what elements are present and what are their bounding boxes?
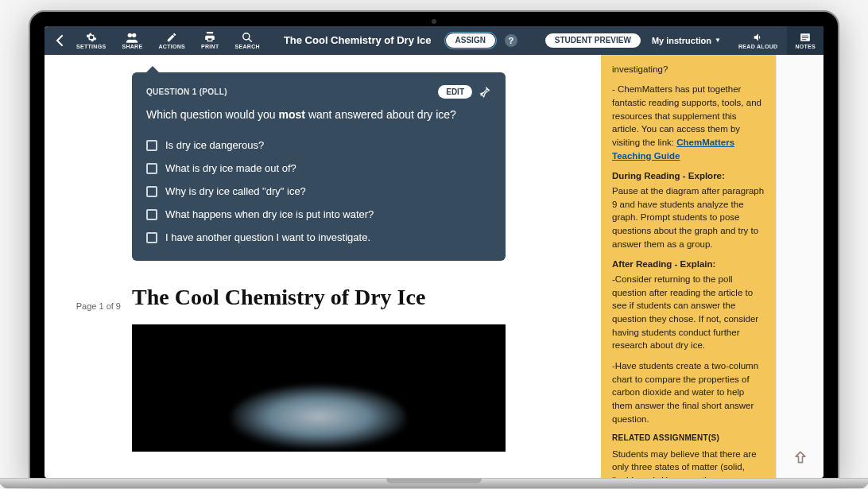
option-label: What is dry ice made out of? bbox=[165, 162, 296, 174]
people-icon bbox=[126, 32, 138, 43]
sidebar-heading: During Reading - Explore: bbox=[612, 169, 765, 183]
poll-option[interactable]: What happens when dry ice is put into wa… bbox=[146, 208, 491, 220]
actions-label: ACTIONS bbox=[158, 44, 185, 49]
search-button[interactable]: SEARCH bbox=[229, 32, 266, 49]
hero-image bbox=[132, 324, 506, 452]
notes-label: NOTES bbox=[795, 44, 816, 49]
print-button[interactable]: PRINT bbox=[195, 32, 226, 49]
checkbox-icon bbox=[146, 209, 157, 220]
scroll-to-top-button[interactable] bbox=[792, 449, 808, 465]
app-header: SETTINGS SHARE ACTIONS PRINT SEARCH The … bbox=[45, 26, 823, 55]
my-instruction-label: My instruction bbox=[652, 36, 711, 45]
checkbox-icon bbox=[146, 163, 157, 174]
back-button[interactable] bbox=[52, 33, 67, 48]
question-prompt: Which question would you most want answe… bbox=[146, 107, 491, 124]
search-label: SEARCH bbox=[235, 44, 260, 49]
poll-option[interactable]: What is dry ice made out of? bbox=[146, 162, 491, 174]
option-label: Is dry ice dangerous? bbox=[165, 139, 264, 151]
options-list: Is dry ice dangerous? What is dry ice ma… bbox=[146, 139, 491, 243]
help-button[interactable]: ? bbox=[505, 34, 517, 47]
gear-icon bbox=[86, 32, 97, 43]
edit-button[interactable]: EDIT bbox=[438, 85, 472, 99]
read-aloud-button[interactable]: READ ALOUD bbox=[732, 32, 784, 49]
svg-point-0 bbox=[128, 33, 132, 37]
dry-ice-smoke-graphic bbox=[231, 385, 406, 448]
svg-point-1 bbox=[132, 33, 136, 37]
checkbox-icon bbox=[146, 140, 157, 151]
svg-rect-6 bbox=[802, 39, 806, 40]
chevron-down-icon: ▼ bbox=[715, 37, 721, 44]
sidebar-text: investigating? bbox=[612, 63, 765, 76]
question-card: QUESTION 1 (POLL) EDIT Which question wo… bbox=[132, 72, 506, 262]
read-aloud-label: READ ALOUD bbox=[738, 44, 777, 49]
sidebar-text: -Have students create a two-column chart… bbox=[612, 359, 765, 425]
search-icon bbox=[242, 32, 253, 43]
main-content: Page 1 of 9 QUESTION 1 (POLL) EDIT bbox=[45, 55, 601, 478]
option-label: I have another question I want to invest… bbox=[165, 231, 370, 243]
svg-rect-4 bbox=[802, 35, 808, 36]
option-label: What happens when dry ice is put into wa… bbox=[165, 208, 374, 220]
instruction-sidebar: investigating? - ChemMatters has put tog… bbox=[601, 55, 776, 478]
poll-option[interactable]: I have another question I want to invest… bbox=[146, 231, 491, 243]
right-edge-strip bbox=[776, 55, 823, 478]
content-column: QUESTION 1 (POLL) EDIT Which question wo… bbox=[132, 55, 601, 478]
notes-icon bbox=[800, 33, 811, 42]
sidebar-heading: After Reading - Explain: bbox=[612, 258, 765, 271]
print-icon bbox=[204, 32, 215, 43]
sidebar-text: Pause at the diagram after paragraph 9 a… bbox=[612, 184, 765, 250]
laptop-frame: SETTINGS SHARE ACTIONS PRINT SEARCH The … bbox=[29, 10, 839, 479]
page-indicator: Page 1 of 9 bbox=[45, 55, 132, 478]
sidebar-text: -Consider returning to the poll question… bbox=[612, 273, 765, 352]
poll-option[interactable]: Is dry ice dangerous? bbox=[146, 139, 491, 151]
settings-label: SETTINGS bbox=[76, 44, 106, 49]
arrow-up-icon bbox=[792, 449, 808, 465]
svg-rect-5 bbox=[802, 37, 808, 38]
print-label: PRINT bbox=[201, 44, 219, 49]
question-label: QUESTION 1 (POLL) bbox=[146, 87, 227, 96]
pencil-icon bbox=[166, 32, 177, 43]
app-screen: SETTINGS SHARE ACTIONS PRINT SEARCH The … bbox=[45, 26, 823, 478]
pin-button[interactable] bbox=[479, 85, 491, 98]
app-body: Page 1 of 9 QUESTION 1 (POLL) EDIT bbox=[45, 55, 823, 478]
poll-option[interactable]: Why is dry ice called "dry" ice? bbox=[146, 185, 491, 197]
speaker-icon bbox=[753, 32, 764, 43]
sidebar-text: Students may believe that there are only… bbox=[612, 448, 765, 478]
notes-button[interactable]: NOTES bbox=[787, 26, 823, 55]
article-title: The Cool Chemistry of Dry Ice bbox=[132, 285, 569, 310]
laptop-base bbox=[0, 478, 868, 489]
settings-button[interactable]: SETTINGS bbox=[70, 32, 112, 49]
checkbox-icon bbox=[146, 186, 157, 197]
pin-icon bbox=[479, 85, 491, 98]
share-label: SHARE bbox=[122, 44, 142, 49]
chevron-left-icon bbox=[56, 35, 64, 46]
assign-button[interactable]: ASSIGN bbox=[446, 33, 495, 48]
student-preview-button[interactable]: STUDENT PREVIEW bbox=[545, 33, 641, 48]
option-label: Why is dry ice called "dry" ice? bbox=[165, 185, 306, 197]
checkbox-icon bbox=[146, 232, 157, 243]
my-instruction-dropdown[interactable]: My instruction ▼ bbox=[644, 36, 729, 45]
page-title: The Cool Chemistry of Dry Ice bbox=[269, 34, 443, 46]
actions-button[interactable]: ACTIONS bbox=[152, 32, 192, 49]
share-button[interactable]: SHARE bbox=[115, 32, 149, 49]
sidebar-text: - ChemMatters has put together fantastic… bbox=[612, 83, 765, 162]
sidebar-section-heading: RELATED ASSIGNMENT(S) bbox=[612, 433, 765, 444]
